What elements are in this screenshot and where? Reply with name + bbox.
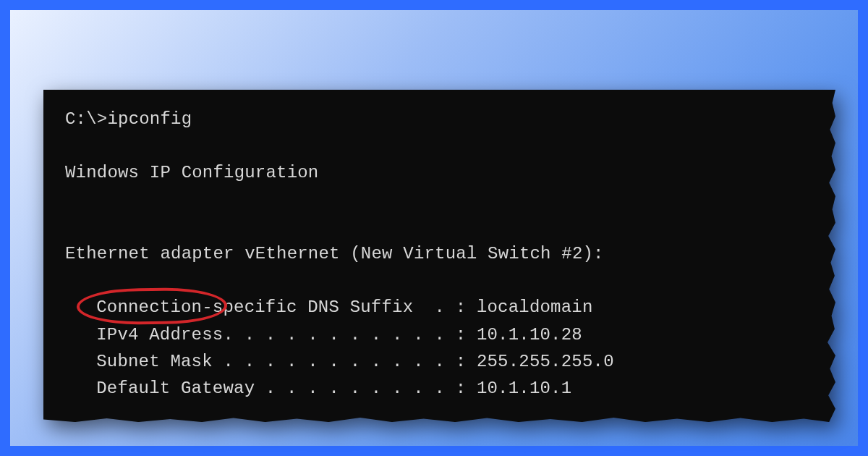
default-gateway-value: 10.1.10.1 bbox=[477, 379, 571, 398]
adapter-header: Ethernet adapter vEthernet (New Virtual … bbox=[65, 244, 604, 263]
subnet-mask-value: 255.255.255.0 bbox=[477, 352, 614, 371]
prompt: C:\> bbox=[65, 109, 107, 129]
ipv4-address-value: 10.1.10.28 bbox=[477, 325, 582, 345]
illustration-frame: C:\>ipconfig Windows IP Configuration Et… bbox=[0, 0, 868, 456]
dns-suffix-label: Connection-specific DNS Suffix . : bbox=[96, 297, 466, 317]
ipv4-address-label: IPv4 Address. . . . . . . . . . . : bbox=[96, 325, 466, 345]
command-text: ipconfig bbox=[107, 109, 192, 129]
config-header: Windows IP Configuration bbox=[65, 163, 318, 182]
subnet-mask-label: Subnet Mask . . . . . . . . . . . : bbox=[96, 352, 466, 371]
dns-suffix-value: localdomain bbox=[477, 297, 593, 317]
default-gateway-label: Default Gateway . . . . . . . . . : bbox=[96, 379, 466, 398]
terminal-window: C:\>ipconfig Windows IP Configuration Et… bbox=[43, 90, 835, 422]
terminal-output: C:\>ipconfig Windows IP Configuration Et… bbox=[43, 90, 835, 422]
